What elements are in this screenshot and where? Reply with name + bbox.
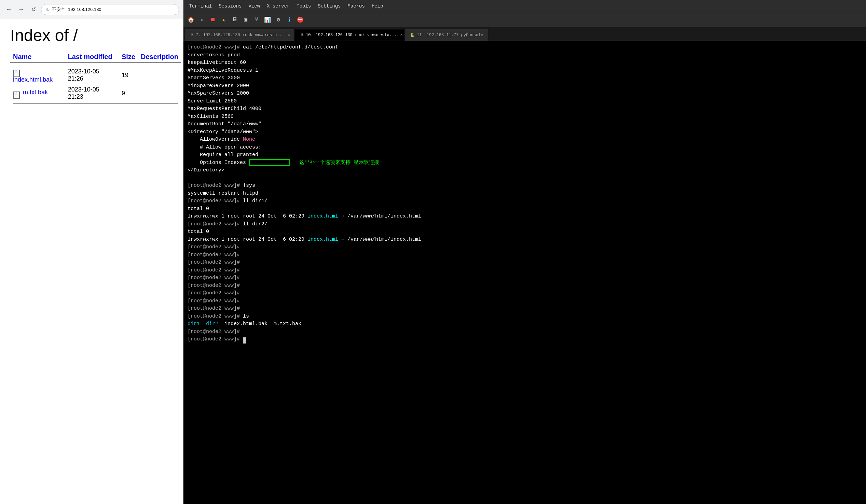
terminal-line: [root@node2 www]# ll dir1/ <box>188 197 862 205</box>
menu-help[interactable]: Help <box>369 2 386 10</box>
terminal-line: </Directory> <box>188 167 862 175</box>
reload-button[interactable]: ↺ <box>29 5 38 14</box>
file-icon: 📄 <box>13 70 20 77</box>
size-header-link[interactable]: Size <box>122 53 135 60</box>
terminal-line: MaxSpareServers 2000 <box>188 90 862 98</box>
tab-7-label: 7. 192.168.126.130 rock-vmwaresta... <box>196 33 284 37</box>
terminal-line: MinSpareServers 2000 <box>188 82 862 90</box>
security-label: 不安全 <box>52 7 65 13</box>
terminal-tabs: 🖥 7. 192.168.126.130 rock-vmwaresta... ×… <box>184 27 866 41</box>
tab-7-close[interactable]: × <box>288 33 290 37</box>
terminal-line: MaxRequestsPerChild 4000 <box>188 105 862 113</box>
toolbar-close-icon[interactable]: ⛔ <box>296 15 305 25</box>
desc-0 <box>138 66 181 85</box>
tab-7-icon: 🖥 <box>190 33 194 37</box>
terminal-line: lrwxrwxrwx 1 root root 24 Oct 6 02:29 in… <box>188 236 862 244</box>
menu-sessions[interactable]: Sessions <box>216 2 244 10</box>
file-link-0[interactable]: index.html.bak <box>13 76 53 83</box>
browser-panel: ← → ↺ ⚠ 不安全 192.168.126.130 Index of / N… <box>0 0 184 504</box>
toolbar-cmd-icon[interactable]: ▣ <box>241 15 251 25</box>
terminal-line: [root@node2 www]# <box>188 282 862 290</box>
terminal-line: [root@node2 www]# <box>188 274 862 282</box>
file-icon: 📄 <box>13 91 20 99</box>
terminal-toolbar: 🏠 ✦ ⏹ ★ 🖥 ▣ ⑂ 📊 ⚙ ℹ ⛔ <box>184 12 866 27</box>
menu-macros[interactable]: Macros <box>345 2 368 10</box>
terminal-menubar: Terminal Sessions View X server Tools Se… <box>184 0 866 12</box>
table-row: 📄 m.txt.bak 2023-10-05 21:23 9 <box>10 85 181 102</box>
menu-view[interactable]: View <box>246 2 263 10</box>
tab-10-icon: 🖥 <box>300 33 304 37</box>
terminal-panel: Terminal Sessions View X server Tools Se… <box>184 0 866 504</box>
size-0: 19 <box>119 66 138 85</box>
terminal-line: systemctl restart httpd <box>188 190 862 198</box>
name-header-link[interactable]: Name <box>13 53 31 60</box>
terminal-line: [root@node2 www]# ls <box>188 313 862 321</box>
terminal-cursor-line: [root@node2 www]# <box>188 336 862 344</box>
address-text: 192.168.126.130 <box>68 7 101 12</box>
terminal-line: total 0 <box>188 228 862 236</box>
menu-xserver[interactable]: X server <box>264 2 292 10</box>
terminal-line: [root@node2 www]# <box>188 251 862 259</box>
tab-10-label: 10. 192.168.126.130 rock-vmwaresta... <box>306 33 397 37</box>
back-button[interactable]: ← <box>4 5 14 14</box>
table-row: 📄 index.html.bak 2023-10-05 21:26 19 <box>10 66 181 85</box>
modified-1: 2023-10-05 21:23 <box>65 85 119 102</box>
terminal-line: lrwxrwxrwx 1 root root 24 Oct 6 02:29 in… <box>188 213 862 221</box>
toolbar-gear-icon[interactable]: ⚙ <box>274 15 283 25</box>
terminal-line <box>188 175 862 182</box>
tab-11-label: 11. 192.168.11.77 pyConsole <box>417 33 483 37</box>
terminal-line: <Directory "/data/www"> <box>188 128 862 136</box>
tab-11[interactable]: 🐍 11. 192.168.11.77 pyConsole <box>405 29 488 41</box>
terminal-line: [root@node2 www]# <box>188 305 862 313</box>
terminal-line: [root@node2 www]# <box>188 259 862 267</box>
size-1: 9 <box>119 85 138 102</box>
toolbar-star-icon[interactable]: ★ <box>219 15 229 25</box>
terminal-body[interactable]: [root@node2 www]# cat /etc/httpd/conf.d/… <box>184 41 866 504</box>
address-bar[interactable]: ⚠ 不安全 192.168.126.130 <box>41 4 179 15</box>
terminal-line: [root@node2 www]# <box>188 244 862 251</box>
toolbar-branch-icon[interactable]: ⑂ <box>252 15 261 25</box>
terminal-line: [root@node2 www]# ll dir2/ <box>188 221 862 228</box>
forward-button[interactable]: → <box>16 5 26 14</box>
terminal-line: [root@node2 www]# cat /etc/httpd/conf.d/… <box>188 44 862 52</box>
terminal-line: [root@node2 www]# <box>188 290 862 298</box>
toolbar-home-icon[interactable]: 🏠 <box>186 15 196 25</box>
toolbar-new-icon[interactable]: ✦ <box>197 15 207 25</box>
terminal-line: total 0 <box>188 205 862 213</box>
desc-1 <box>138 85 181 102</box>
ls-output-line: dir1 dir2 index.html.bak m.txt.bak <box>188 320 862 328</box>
terminal-line: # Allow open access: <box>188 144 862 152</box>
modified-0: 2023-10-05 21:26 <box>65 66 119 85</box>
terminal-line: #MaxKeepAliveRequests 1 <box>188 67 862 75</box>
toolbar-chart-icon[interactable]: 📊 <box>263 15 272 25</box>
terminal-line: [root@node2 www]# <box>188 298 862 305</box>
menu-tools[interactable]: Tools <box>294 2 314 10</box>
tab-7[interactable]: 🖥 7. 192.168.126.130 rock-vmwaresta... × <box>185 29 294 41</box>
file-link-1[interactable]: m.txt.bak <box>23 89 48 96</box>
terminal-line: [root@node2 www]# <box>188 328 862 336</box>
toolbar-stop-icon[interactable]: ⏹ <box>208 15 218 25</box>
terminal-line: MaxClients 2560 <box>188 113 862 121</box>
description-header-link[interactable]: Description <box>141 53 178 60</box>
terminal-line: DocumentRoot "/data/www" <box>188 121 862 128</box>
terminal-line: Require all granted <box>188 151 862 159</box>
terminal-line: [root@node2 www]# !sys <box>188 182 862 190</box>
tab-11-icon: 🐍 <box>410 33 415 37</box>
tab-10-close[interactable]: × <box>400 33 402 37</box>
security-icon: ⚠ <box>45 7 49 12</box>
terminal-line: ServerLimit 2560 <box>188 98 862 105</box>
annotation-line: Options Indexes 这里补一个选项来支持 显示软连接 <box>188 159 862 167</box>
toolbar-monitor-icon[interactable]: 🖥 <box>230 15 240 25</box>
toolbar-info-icon[interactable]: ℹ <box>285 15 294 25</box>
last-modified-header-link[interactable]: Last modified <box>68 53 112 60</box>
menu-terminal[interactable]: Terminal <box>186 2 214 10</box>
browser-chrome: ← → ↺ ⚠ 不安全 192.168.126.130 <box>0 0 183 19</box>
menu-settings[interactable]: Settings <box>315 2 343 10</box>
directory-table: Name Last modified Size Description 📄 in… <box>10 52 181 105</box>
terminal-line: keepalivetimeout 60 <box>188 59 862 67</box>
tab-10[interactable]: 🖥 10. 192.168.126.130 rock-vmwaresta... … <box>295 29 404 41</box>
terminal-line: StartServers 2000 <box>188 75 862 82</box>
browser-content: Index of / Name Last modified Size Descr… <box>0 19 183 112</box>
page-title: Index of / <box>10 26 173 45</box>
terminal-line: AllowOverride None <box>188 136 862 144</box>
